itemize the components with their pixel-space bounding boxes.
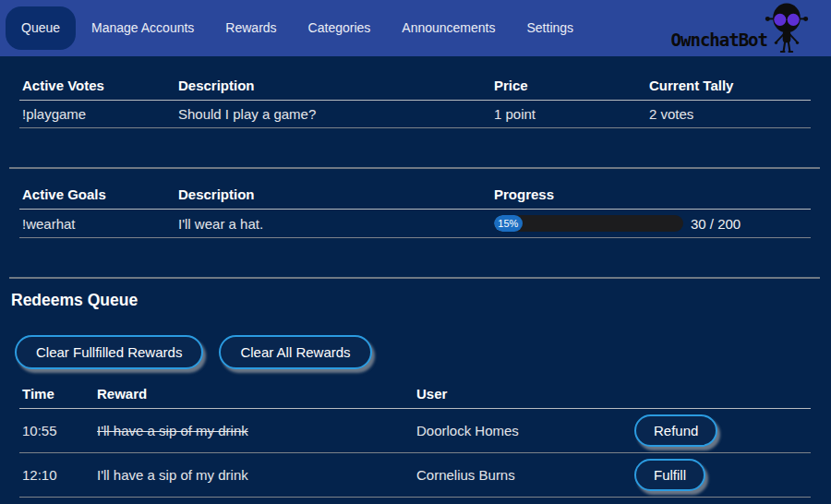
- refund-button[interactable]: Refund: [634, 414, 717, 447]
- redeem-reward: I'll have a sip of my drink: [94, 453, 414, 498]
- goal-description: I'll wear a hat.: [175, 210, 491, 238]
- votes-header-description: Description: [175, 72, 491, 101]
- vote-price: 1 point: [491, 101, 646, 128]
- redeem-action-cell: Fulfill: [632, 453, 811, 498]
- active-votes-table: Active Votes Description Price Current T…: [19, 72, 811, 128]
- robot-mascot-icon: [765, 1, 809, 54]
- votes-header-price: Price: [491, 72, 646, 101]
- redeem-time: 12:10: [19, 453, 94, 498]
- progress-bar: 15%: [494, 215, 683, 232]
- redeem-user: Cornelius Burns: [414, 453, 632, 498]
- fulfill-button[interactable]: Fulfill: [634, 459, 705, 491]
- vote-row: !playgame Should I play a game? 1 point …: [19, 101, 811, 128]
- nav-tab-settings[interactable]: Settings: [511, 6, 589, 50]
- redeem-time: 10:55: [19, 409, 94, 453]
- redeems-table: Time Reward User 10:55 I'll have a sip o…: [19, 380, 811, 498]
- redeems-queue-title: Redeems Queue: [11, 291, 811, 310]
- goal-command: !wearhat: [19, 210, 175, 238]
- redeem-action-cell: Refund: [632, 409, 811, 453]
- vote-tally: 2 votes: [646, 101, 811, 128]
- clear-fulfilled-rewards-button[interactable]: Clear Fullfilled Rewards: [15, 335, 203, 369]
- progress-count-label: 30 / 200: [691, 216, 741, 232]
- goals-header-command: Active Goals: [19, 181, 175, 210]
- nav-tab-manage-accounts[interactable]: Manage Accounts: [76, 6, 210, 50]
- redeems-header-time: Time: [19, 380, 94, 409]
- goal-row: !wearhat I'll wear a hat. 15% 30 / 200: [19, 210, 811, 238]
- goals-header-description: Description: [175, 181, 491, 210]
- nav-tab-rewards[interactable]: Rewards: [210, 6, 292, 50]
- nav-tab-categories[interactable]: Categories: [293, 6, 387, 50]
- main-content: Active Votes Description Price Current T…: [0, 56, 831, 498]
- redeems-header-reward: Reward: [94, 380, 414, 409]
- votes-header-tally: Current Tally: [646, 72, 811, 101]
- votes-header-command: Active Votes: [19, 72, 175, 101]
- redeem-row: 12:10 I'll have a sip of my drink Cornel…: [19, 453, 811, 498]
- redeem-reward: I'll have a sip of my drink: [94, 409, 414, 453]
- vote-description: Should I play a game?: [175, 101, 491, 128]
- logo-text: OwnchatBot: [671, 30, 767, 50]
- section-divider: [9, 167, 820, 169]
- nav-tab-queue[interactable]: Queue: [6, 6, 76, 50]
- progress-percent-label: 15%: [498, 218, 518, 229]
- redeem-row: 10:55 I'll have a sip of my drink Doorlo…: [19, 409, 811, 453]
- redeems-header-user: User: [414, 380, 632, 409]
- goals-header-progress: Progress: [491, 181, 811, 210]
- redeem-user: Doorlock Homes: [414, 409, 632, 453]
- section-divider: [9, 277, 820, 279]
- clear-all-rewards-button[interactable]: Clear All Rewards: [219, 335, 371, 369]
- vote-command: !playgame: [19, 101, 175, 128]
- redeems-actions: Clear Fullfilled Rewards Clear All Rewar…: [15, 335, 811, 369]
- goal-progress-cell: 15% 30 / 200: [491, 210, 811, 238]
- navbar: Queue Manage Accounts Rewards Categories…: [0, 0, 831, 56]
- active-goals-table: Active Goals Description Progress !wearh…: [19, 181, 811, 238]
- progress-bar-fill: 15%: [494, 215, 523, 232]
- nav-tab-announcements[interactable]: Announcements: [386, 6, 511, 50]
- logo: OwnchatBot: [671, 0, 809, 56]
- redeems-header-action: [632, 380, 811, 409]
